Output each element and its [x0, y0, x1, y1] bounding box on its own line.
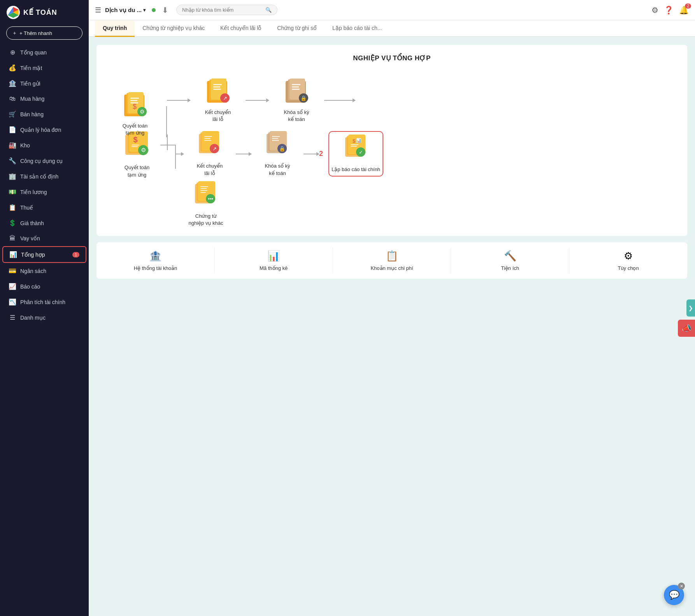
- nav-icon-ban-hang: 🛒: [9, 110, 16, 118]
- nav-label-thue: Thuế: [20, 205, 33, 211]
- svg-text:⚙: ⚙: [140, 108, 145, 115]
- svg-rect-6: [130, 98, 139, 99]
- tab-chung-tu-nghiep-vu-khac[interactable]: Chứng từ nghiệp vụ khác: [135, 20, 212, 37]
- tool-tuy-chon[interactable]: ⚙ Tùy chọn: [569, 248, 687, 273]
- sidebar-item-tong-quan[interactable]: ⊕ Tổng quan: [2, 45, 86, 60]
- node-ket-chuyen[interactable]: ↗ Kết chuyểnlãi lỗ: [197, 78, 239, 123]
- nav-icon-mua-hang: 🛍: [9, 95, 16, 102]
- nav-label-tien-mat: Tiền mặt: [20, 65, 42, 71]
- search-bar[interactable]: 🔍: [176, 5, 277, 15]
- app-title: KẾ TOÁN: [23, 8, 57, 17]
- sidebar-item-mua-hang[interactable]: 🛍 Mua hàng: [2, 91, 86, 106]
- sidebar-item-bao-cao[interactable]: 📈 Báo cáo: [2, 279, 86, 294]
- dropdown-icon: ▾: [143, 7, 146, 13]
- node-khoa-so[interactable]: 🔒 Khóa sổ kỳkế toán: [275, 78, 318, 123]
- sidebar-item-tong-hop[interactable]: 📊 Tổng hợp 1: [2, 246, 86, 263]
- add-icon: ＋: [12, 30, 17, 37]
- help-icon[interactable]: ❓: [664, 5, 674, 15]
- node-khoa-so-label: Khóa sổ kỳkế toán: [284, 109, 309, 123]
- topbar-title[interactable]: Dịch vụ du ... ▾: [105, 7, 146, 14]
- tool-label-khoan-muc-chi-phi: Khoản mục chi phí: [370, 265, 413, 271]
- nav-label-vay-von: Vay vốn: [20, 235, 40, 242]
- search-input[interactable]: [182, 7, 263, 13]
- status-dot: [152, 8, 156, 12]
- svg-rect-23: [292, 84, 300, 85]
- nav-icon-vay-von: 🏛: [9, 235, 16, 242]
- nav-label-mua-hang: Mua hàng: [20, 96, 44, 102]
- tool-ma-thong-ke[interactable]: 📊 Mã thống kê: [215, 248, 333, 273]
- tool-khoan-muc-chi-phi[interactable]: 📋 Khoản mục chi phí: [333, 248, 451, 273]
- sidebar-item-tien-mat[interactable]: 💰 Tiền mặt: [2, 60, 86, 75]
- tab-lap-bao-cao-tai-chinh[interactable]: Lập báo cáo tài ch...: [325, 20, 390, 37]
- sidebar-item-vay-von[interactable]: 🏛 Vay vốn: [2, 231, 86, 246]
- chat-icon: 💬: [669, 590, 679, 600]
- nav-icon-cong-cu-dung-cu: 🔧: [9, 157, 16, 164]
- sidebar-logo: KẾ TOÁN: [0, 0, 89, 25]
- nav-icon-quan-ly-hoa-don: 📄: [9, 126, 16, 133]
- svg-rect-25: [292, 89, 300, 90]
- nav-label-tien-luong: Tiền lương: [20, 189, 47, 195]
- nav-label-ban-hang: Bán hàng: [20, 111, 44, 117]
- tool-tien-ich[interactable]: 🔨 Tiện ích: [451, 248, 569, 273]
- nav-icon-ngan-sach: 💳: [9, 267, 16, 275]
- tool-icon-tuy-chon: ⚙: [624, 250, 633, 262]
- sidebar-item-quan-ly-hoa-don[interactable]: 📄 Quản lý hóa đơn: [2, 122, 86, 137]
- sidebar-item-cong-cu-dung-cu[interactable]: 🔧 Công cụ dụng cụ: [2, 153, 86, 168]
- nav-label-phan-tich-tai-chinh: Phân tích tài chính: [20, 299, 65, 305]
- nav-label-ngan-sach: Ngân sách: [20, 268, 46, 274]
- tool-label-tuy-chon: Tùy chọn: [618, 265, 639, 271]
- svg-text:•••: •••: [208, 196, 213, 202]
- process-title: NGHIỆP VỤ TỔNG HỢP: [106, 54, 678, 62]
- sidebar-item-tai-san-co-dinh[interactable]: 🏢 Tài sản cố định: [2, 169, 86, 184]
- sidebar-item-tien-luong[interactable]: 💵 Tiền lương: [2, 184, 86, 200]
- nav-label-bao-cao: Báo cáo: [20, 284, 40, 290]
- tool-he-thong-tai-khoan[interactable]: 🏦 Hệ thống tài khoản: [97, 248, 215, 273]
- nav-icon-danh-muc: ☰: [9, 314, 16, 321]
- sidebar-item-ngan-sach[interactable]: 💳 Ngân sách: [2, 263, 86, 278]
- notification-icon[interactable]: 🔔 2: [679, 5, 689, 15]
- menu-toggle-icon[interactable]: ☰: [95, 6, 101, 14]
- tool-label-he-thong-tai-khoan: Hệ thống tài khoản: [134, 265, 177, 271]
- svg-rect-66: [200, 190, 207, 191]
- node-quyet-toan[interactable]: ⚙ $ Quyết toántạm ứng: [114, 91, 156, 136]
- sidebar-item-kho[interactable]: 🏭 Kho: [2, 138, 86, 153]
- sidebar-item-ban-hang[interactable]: 🛒 Bán hàng: [2, 107, 86, 122]
- sidebar-item-tien-gui[interactable]: 🏦 Tiền gửi: [2, 76, 86, 91]
- tool-icon-tien-ich: 🔨: [504, 250, 516, 262]
- nav-icon-tien-luong: 💵: [9, 188, 16, 196]
- sidebar-item-phan-tich-tai-chinh[interactable]: 📉 Phân tích tài chính: [2, 294, 86, 310]
- sidebar-expand-button[interactable]: ❯: [686, 299, 695, 317]
- nav-icon-tong-quan: ⊕: [9, 49, 16, 56]
- nav-label-quan-ly-hoa-don: Quản lý hóa đơn: [20, 127, 61, 133]
- sidebar-item-gia-thanh[interactable]: 💲 Giá thành: [2, 215, 86, 231]
- nav-label-kho: Kho: [20, 142, 30, 149]
- sidebar-item-danh-muc[interactable]: ☰ Danh mục: [2, 310, 86, 325]
- sidebar-item-thue[interactable]: 📋 Thuế: [2, 200, 86, 215]
- tools-row: 🏦 Hệ thống tài khoản📊 Mã thống kê📋 Khoản…: [97, 242, 687, 279]
- add-quick-button[interactable]: ＋ + Thêm nhanh: [6, 26, 82, 40]
- tool-icon-ma-thong-ke: 📊: [267, 250, 280, 262]
- download-icon[interactable]: ⬇: [162, 5, 168, 15]
- tab-quy-trinh[interactable]: Quy trình: [95, 20, 135, 37]
- svg-rect-15: [213, 84, 222, 85]
- tab-chung-tu-ghi-so[interactable]: Chứng từ ghi sổ: [269, 20, 325, 37]
- tool-icon-khoan-muc-chi-phi: 📋: [386, 250, 398, 262]
- nav-label-danh-muc: Danh mục: [20, 315, 46, 321]
- chung-tu-node[interactable]: ••• Chứng từnghiệp vụ khác: [184, 181, 227, 227]
- chat-close-button[interactable]: ✕: [678, 583, 685, 590]
- content-area: NGHIỆP VỤ TỔNG HỢP ⚙: [89, 37, 695, 616]
- nav-icon-kho: 🏭: [9, 142, 16, 149]
- feedback-button[interactable]: 📣: [678, 320, 695, 337]
- nav-label-cong-cu-dung-cu: Công cụ dụng cụ: [20, 158, 63, 164]
- node-ket-chuyen-label: Kết chuyểnlãi lỗ: [205, 109, 231, 123]
- nav-icon-tong-hop: 📊: [9, 251, 17, 258]
- svg-text:$: $: [133, 103, 137, 110]
- settings-icon[interactable]: ⚙: [651, 5, 658, 15]
- tab-ket-chuyen-lai-lo[interactable]: Kết chuyển lãi lỗ: [212, 20, 269, 37]
- search-icon: 🔍: [265, 7, 272, 13]
- khoa-so-label: Khóa sổ kỳkế toán: [265, 163, 290, 177]
- node-quyet-toan-label: Quyết toántạm ứng: [123, 122, 147, 136]
- notification-badge: 2: [685, 4, 691, 9]
- expand-icon: ❯: [688, 305, 693, 311]
- svg-rect-65: [200, 188, 207, 189]
